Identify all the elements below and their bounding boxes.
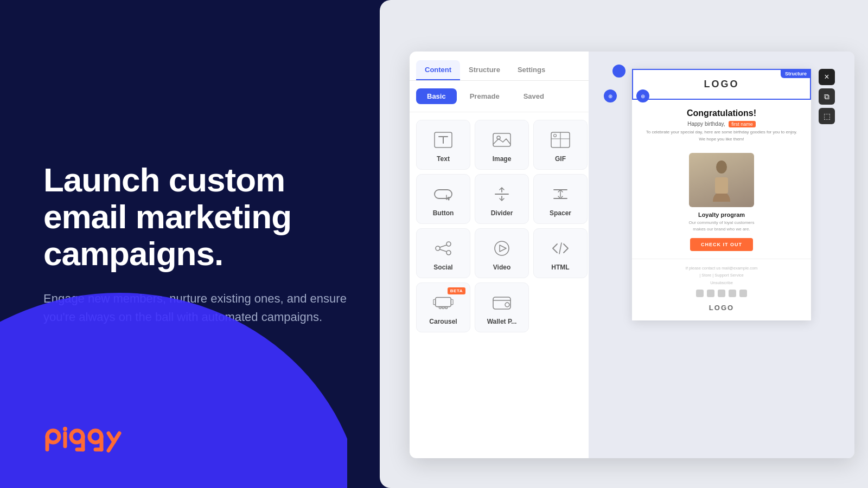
element-social[interactable]: Social <box>416 228 470 278</box>
element-spacer[interactable]: Spacer <box>533 174 588 224</box>
email-congrats-section: Congratulations! Happy birthday, first n… <box>632 100 811 149</box>
html-icon <box>550 237 571 259</box>
structure-label[interactable]: Structure <box>781 69 811 78</box>
highlight-name: first name <box>729 121 756 127</box>
add-section-button[interactable] <box>612 65 626 78</box>
wallet-label: Wallet P... <box>487 318 517 325</box>
video-icon <box>491 237 513 259</box>
product-name: Loyalty program <box>698 211 745 218</box>
close-button[interactable]: × <box>819 69 835 85</box>
element-text[interactable]: Text <box>416 120 470 170</box>
svg-rect-16 <box>493 133 510 146</box>
text-icon <box>432 129 454 151</box>
svg-point-31 <box>446 251 451 255</box>
carousel-icon <box>432 292 454 313</box>
svg-rect-41 <box>433 299 436 305</box>
svg-line-36 <box>559 243 561 254</box>
element-image[interactable]: Image <box>475 120 529 170</box>
divider-icon <box>491 183 513 205</box>
product-desc: Our community of loyal customersmakes ou… <box>689 220 755 233</box>
piggy-logo <box>43 422 141 462</box>
svg-point-39 <box>442 307 444 309</box>
tab-structure[interactable]: Structure <box>460 60 509 80</box>
social-icon-tw <box>696 290 704 297</box>
congrats-subtitle: Happy birthday, first name <box>643 121 800 127</box>
filter-basic[interactable]: Basic <box>416 88 457 104</box>
video-label: Video <box>493 264 510 271</box>
element-video[interactable]: Video <box>475 228 529 278</box>
duplicate-button[interactable]: ⬚ <box>819 108 835 124</box>
svg-rect-37 <box>436 297 451 306</box>
panel-tabs: Content Structure Settings <box>410 52 594 81</box>
svg-point-29 <box>446 242 451 246</box>
email-logo-section: LOGO Structure <box>632 69 811 100</box>
social-icon-tk <box>729 290 736 297</box>
svg-point-40 <box>445 307 448 309</box>
element-wallet[interactable]: Wallet P... <box>475 282 529 332</box>
congrats-title: Congratulations! <box>643 108 800 118</box>
footer-text: If please contact us mail@example.com| S… <box>641 265 802 287</box>
product-image <box>689 153 754 207</box>
carousel-label: Carousel <box>429 318 457 325</box>
filter-saved[interactable]: Saved <box>513 88 555 104</box>
text-label: Text <box>437 155 450 163</box>
email-footer: If please contact us mail@example.com| S… <box>632 259 811 321</box>
svg-line-32 <box>440 245 446 247</box>
svg-point-30 <box>436 246 440 251</box>
svg-rect-42 <box>451 299 453 305</box>
social-icon-yt <box>718 290 725 297</box>
svg-rect-46 <box>715 177 728 194</box>
beta-badge: BETA <box>448 287 465 294</box>
spacer-label: Spacer <box>550 209 571 217</box>
element-gif[interactable]: GIF <box>533 120 588 170</box>
social-label: Social <box>433 264 452 271</box>
footer-social <box>641 290 802 297</box>
element-html[interactable]: HTML <box>533 228 588 278</box>
tab-content[interactable]: Content <box>416 60 460 80</box>
filter-tabs: Basic Premade Saved <box>410 81 594 112</box>
element-carousel[interactable]: BETA Carousel <box>416 282 470 332</box>
svg-marker-35 <box>500 245 506 252</box>
wallet-icon <box>491 292 513 313</box>
subtitle-prefix: Happy birthday, <box>687 121 725 127</box>
congrats-body: To celebrate your special day, here are … <box>643 129 800 143</box>
email-logo: LOGO <box>704 79 739 89</box>
svg-line-33 <box>440 249 446 252</box>
elements-grid: Text Image <box>410 112 594 340</box>
svg-rect-43 <box>493 297 510 309</box>
editor-container: Content Structure Settings Basic Premade… <box>410 52 854 458</box>
spacer-icon <box>550 183 571 205</box>
button-label: Button <box>433 209 454 217</box>
svg-point-34 <box>495 241 509 255</box>
element-button[interactable]: Button <box>416 174 470 224</box>
svg-point-38 <box>439 307 441 309</box>
tab-settings[interactable]: Settings <box>509 60 554 80</box>
footer-logo: LOGO <box>641 300 802 315</box>
social-icon <box>432 237 454 259</box>
left-panel: Launch custom email marketing campaigns.… <box>0 0 391 488</box>
email-canvas: ⊕ ⊕ × ⧉ ⬚ LOGO Structure Congratulations… <box>589 52 854 458</box>
svg-point-44 <box>505 303 509 307</box>
gif-icon <box>550 129 571 151</box>
social-icon-dc <box>739 290 747 297</box>
move-handle-right[interactable]: ⊕ <box>636 89 649 102</box>
svg-point-45 <box>716 160 727 174</box>
right-panel: Content Structure Settings Basic Premade… <box>380 0 868 488</box>
button-icon <box>432 183 454 205</box>
image-icon <box>491 129 513 151</box>
cta-button[interactable]: CHECK IT OUT <box>690 238 753 251</box>
divider-label: Divider <box>491 209 513 217</box>
filter-premade[interactable]: Premade <box>459 88 510 104</box>
copy-button[interactable]: ⧉ <box>819 88 835 105</box>
email-frame: × ⧉ ⬚ LOGO Structure Congratulations! Ha… <box>632 69 811 320</box>
svg-point-4 <box>63 427 67 431</box>
social-icon-ig <box>707 290 714 297</box>
content-panel: Content Structure Settings Basic Premade… <box>410 52 594 458</box>
email-product-section: Loyalty program Our community of loyal c… <box>632 149 811 259</box>
move-handle-left[interactable]: ⊕ <box>604 89 617 102</box>
svg-point-21 <box>554 134 557 137</box>
element-divider[interactable]: Divider <box>475 174 529 224</box>
gif-label: GIF <box>555 155 566 163</box>
html-label: HTML <box>551 264 569 271</box>
image-label: Image <box>493 155 512 163</box>
